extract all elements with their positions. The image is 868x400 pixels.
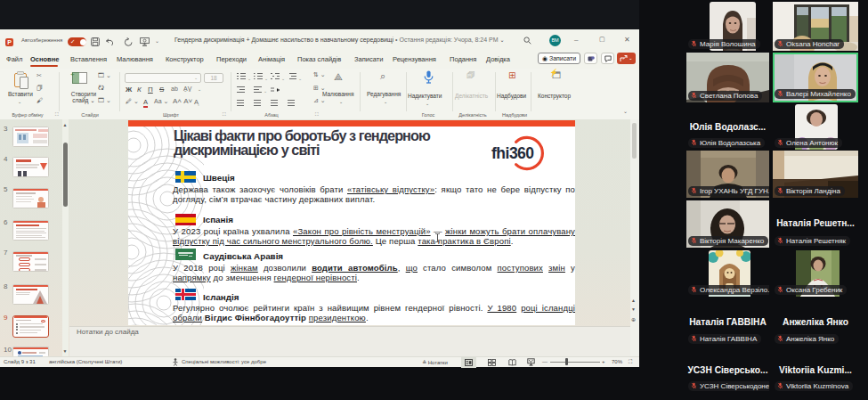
svg-text:fhi360: fhi360: [491, 144, 534, 162]
svg-text:⌄: ⌄: [298, 76, 302, 81]
svg-text:⌄: ⌄: [247, 76, 251, 81]
svg-text:⌄: ⌄: [264, 88, 267, 94]
svg-text:⌄: ⌄: [264, 76, 268, 81]
svg-text:⌄: ⌄: [281, 76, 285, 81]
